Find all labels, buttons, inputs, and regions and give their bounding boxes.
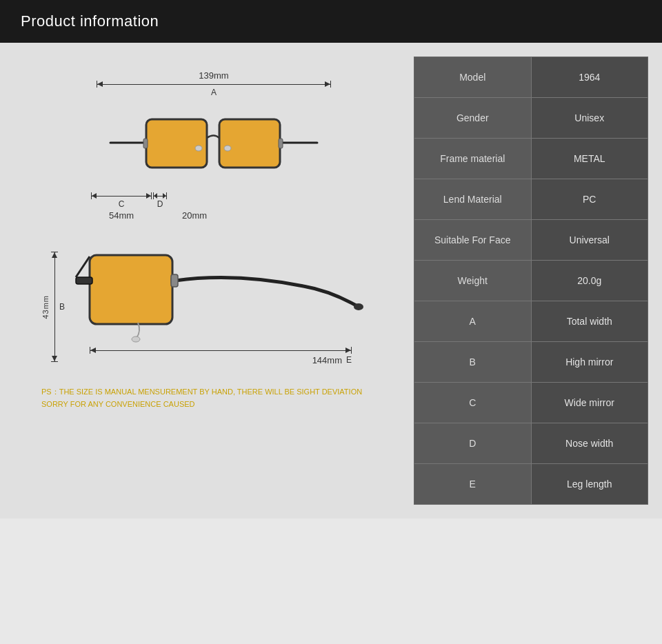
table-key: D <box>414 423 532 463</box>
table-row: Model1964 <box>414 57 648 98</box>
table-value: PC <box>532 179 648 219</box>
svg-point-5 <box>224 145 231 151</box>
svg-point-11 <box>354 303 363 310</box>
table-row: CWide mirror <box>414 383 648 423</box>
page-header: Product information <box>0 0 662 43</box>
svg-rect-7 <box>279 139 283 148</box>
dim-a-value: 139mm <box>199 70 228 81</box>
svg-rect-6 <box>143 139 148 148</box>
table-value: 1964 <box>532 57 648 97</box>
table-row: Weight20.0g <box>414 261 648 301</box>
svg-rect-9 <box>76 277 92 284</box>
dim-c-value: 54mm <box>91 210 152 221</box>
table-row: Suitable For FaceUniversal <box>414 220 648 261</box>
table-value: Wide mirror <box>532 383 648 423</box>
svg-point-12 <box>132 336 140 342</box>
main-content: 139mm A <box>0 43 662 519</box>
svg-point-4 <box>195 145 202 151</box>
dim-a-letter: A <box>211 88 217 97</box>
table-value: Nose width <box>532 423 648 463</box>
svg-rect-8 <box>90 255 172 324</box>
table-value: METAL <box>532 139 648 179</box>
svg-rect-13 <box>171 274 178 287</box>
table-row: Frame materialMETAL <box>414 139 648 179</box>
dim-b-letter: B <box>59 302 65 312</box>
dim-d-value: 20mm <box>181 210 208 221</box>
table-row: Lend MaterialPC <box>414 179 648 220</box>
table-key: Model <box>414 57 532 97</box>
glasses-top-diagram: 139mm A <box>41 70 386 221</box>
table-value: High mirror <box>532 342 648 382</box>
page-title: Product information <box>21 12 159 30</box>
table-value: Unisex <box>532 98 648 138</box>
dim-e-letter: E <box>346 355 352 365</box>
table-key: C <box>414 383 532 423</box>
svg-rect-2 <box>146 119 207 168</box>
dim-e-value: 144mm <box>312 355 342 365</box>
ps-note: PS：THE SIZE IS MANUAL MENSUREMENT BY HAN… <box>41 386 386 410</box>
table-key: B <box>414 342 532 382</box>
table-key: Suitable For Face <box>414 220 532 260</box>
dim-b-height: 43mm <box>41 295 50 319</box>
glasses-side-diagram: 43mm B <box>41 241 386 372</box>
svg-line-14 <box>76 256 90 277</box>
table-key: A <box>414 301 532 341</box>
dim-d-letter: D <box>157 199 163 209</box>
table-value: Leg length <box>532 464 648 504</box>
glasses-front <box>97 100 331 190</box>
table-key: E <box>414 464 532 504</box>
diagram-section: 139mm A <box>14 57 400 505</box>
glasses-front-svg <box>97 100 331 190</box>
table-key: Frame material <box>414 139 532 179</box>
table-row: ATotal width <box>414 301 648 342</box>
svg-rect-3 <box>219 119 280 168</box>
table-value: Universal <box>532 220 648 260</box>
page-wrapper: Product information 139mm <box>0 0 662 519</box>
table-value: 20.0g <box>532 261 648 301</box>
table-row: BHigh mirror <box>414 342 648 383</box>
table-row: DNose width <box>414 423 648 464</box>
glasses-side: 144mm E <box>69 241 365 372</box>
table-key: Weight <box>414 261 532 301</box>
table-key: Lend Material <box>414 179 532 219</box>
table-row: GenderUnisex <box>414 98 648 139</box>
table-row: ELeg length <box>414 464 648 504</box>
info-table: Model1964GenderUnisexFrame materialMETAL… <box>414 57 648 505</box>
table-key: Gender <box>414 98 532 138</box>
dim-c-letter: C <box>119 199 125 209</box>
table-value: Total width <box>532 301 648 341</box>
